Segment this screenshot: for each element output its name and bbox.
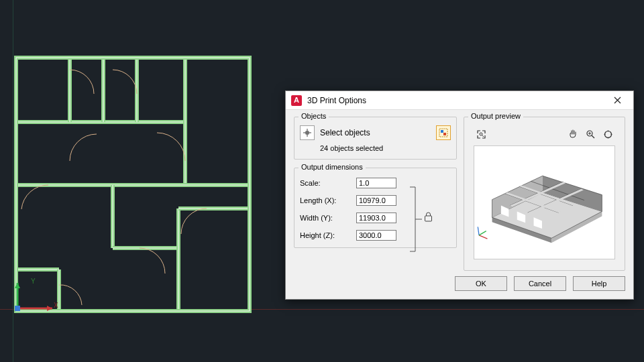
ucs-origin-gizmo: X Y [12, 280, 66, 322]
quick-select-button[interactable] [436, 125, 451, 140]
svg-line-39 [482, 135, 484, 137]
3d-print-options-dialog: A 3D Print Options Objects S [285, 90, 634, 300]
app-badge-icon: A [291, 95, 302, 106]
svg-marker-29 [15, 283, 20, 288]
svg-point-44 [604, 131, 611, 137]
output-preview-title: Output preview [468, 112, 523, 120]
svg-rect-37 [425, 216, 432, 221]
svg-marker-27 [47, 306, 52, 311]
svg-rect-30 [15, 306, 20, 311]
ucs-x-label: X [54, 302, 58, 309]
scale-label: Scale: [300, 179, 356, 187]
output-dimensions-title: Output dimensions [299, 163, 366, 171]
output-preview-canvas[interactable]: .ftop{ } .f1 { fill:#b6b6b6; } .f2 { fil… [474, 145, 615, 259]
height-input[interactable] [356, 230, 396, 241]
objects-group-title: Objects [299, 112, 329, 120]
length-label: Length (X): [300, 196, 356, 204]
svg-line-63 [479, 231, 486, 235]
output-preview-group: Output preview [464, 117, 625, 271]
ucs-y-label: Y [31, 278, 36, 285]
svg-point-45 [607, 130, 608, 131]
zoom-button[interactable] [583, 127, 598, 141]
svg-rect-35 [441, 130, 443, 133]
orbit-button[interactable] [600, 127, 615, 141]
select-objects-button[interactable] [300, 125, 315, 140]
output-dimensions-group: Output dimensions Scale: Length (X): Wid… [294, 168, 457, 248]
width-input[interactable] [356, 213, 396, 223]
svg-line-61 [479, 235, 487, 239]
pan-button[interactable] [566, 127, 580, 141]
floor-plan-drawing[interactable]: .wall { fill:none; stroke:#8fd48a; strok… [12, 54, 254, 315]
select-objects-label: Select objects [320, 128, 370, 137]
dialog-titlebar[interactable]: A 3D Print Options [286, 91, 633, 110]
help-button[interactable]: Help [573, 276, 625, 291]
close-icon[interactable] [605, 94, 629, 107]
svg-rect-36 [443, 133, 446, 135]
length-input[interactable] [356, 195, 396, 206]
ok-button[interactable]: OK [455, 276, 507, 291]
objects-group: Objects Select objects [294, 117, 457, 160]
dialog-title: 3D Print Options [307, 96, 366, 105]
width-label: Width (Y): [300, 214, 356, 222]
svg-point-38 [480, 133, 482, 135]
selection-count: 24 objects selected [320, 144, 451, 152]
dimensions-lock-button[interactable] [423, 211, 433, 224]
zoom-extents-button[interactable] [474, 127, 488, 141]
cancel-button[interactable]: Cancel [514, 276, 566, 291]
svg-point-47 [604, 133, 605, 135]
svg-point-46 [607, 137, 608, 138]
scale-input[interactable] [356, 178, 396, 188]
svg-line-62 [478, 227, 479, 235]
height-label: Height (Z): [300, 231, 356, 239]
svg-line-41 [592, 135, 594, 138]
svg-point-48 [610, 133, 612, 135]
